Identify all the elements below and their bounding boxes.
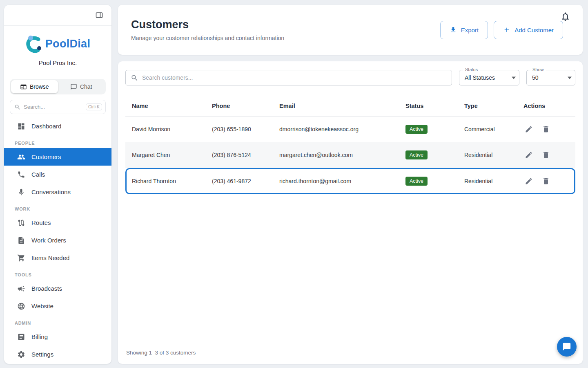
- sidebar-item-label: Settings: [31, 351, 53, 358]
- download-icon: [450, 26, 457, 34]
- table-row-selected[interactable]: Richard Thornton (203) 461-9872 richard.…: [125, 168, 575, 194]
- company-name: Pool Pros Inc.: [4, 59, 111, 66]
- sidebar-item-label: Conversations: [31, 188, 71, 195]
- sidebar-item-conversations[interactable]: Conversations: [4, 183, 111, 201]
- phone-icon: [17, 171, 25, 179]
- trash-icon: [542, 125, 550, 133]
- collapse-sidebar-button[interactable]: [94, 9, 105, 21]
- cell-status: Active: [399, 177, 458, 186]
- tab-browse[interactable]: Browse: [11, 80, 58, 93]
- delete-button[interactable]: [541, 150, 551, 160]
- cell-type: Residential: [458, 178, 517, 184]
- sidebar-item-items-needed[interactable]: Items Needed: [4, 249, 111, 267]
- export-button-label: Export: [461, 27, 479, 34]
- header-actions: Export Add Customer: [440, 21, 570, 39]
- show-count-label: Show: [530, 67, 546, 72]
- bell-icon: [560, 11, 570, 22]
- notifications-button[interactable]: [559, 11, 571, 22]
- table-row[interactable]: Margaret Chen (203) 876-5124 margaret.ch…: [125, 142, 575, 168]
- sidebar-mode-tabs: Browse Chat: [10, 79, 106, 94]
- nav-section-tools: TOOLS: [4, 267, 111, 280]
- chat-icon: [70, 83, 77, 90]
- main-content: Customers Manage your customer relations…: [118, 5, 583, 364]
- column-header-name: Name: [125, 96, 205, 116]
- chevron-down-icon: [512, 77, 516, 79]
- cell-email: richard.thornton@gmail.com: [273, 178, 399, 184]
- sidebar-item-calls[interactable]: Calls: [4, 166, 111, 183]
- chat-bubble-icon: [562, 342, 571, 351]
- sidebar-item-work-orders[interactable]: Work Orders: [4, 231, 111, 249]
- page-title-block: Customers Manage your customer relations…: [131, 18, 284, 41]
- column-header-email: Email: [273, 96, 399, 116]
- page-header: Customers Manage your customer relations…: [118, 5, 583, 55]
- show-count-select[interactable]: Show 50: [526, 70, 575, 85]
- sidebar-item-label: Items Needed: [31, 254, 69, 261]
- edit-button[interactable]: [523, 124, 534, 135]
- sidebar-item-label: Work Orders: [31, 237, 66, 244]
- cell-phone: (203) 655-1890: [205, 126, 273, 132]
- cell-type: Residential: [458, 152, 517, 158]
- sidebar-item-website[interactable]: Website: [4, 297, 111, 315]
- trash-icon: [542, 177, 550, 185]
- table-footer-summary: Showing 1–3 of 3 customers: [125, 347, 575, 357]
- table-header-row: Name Phone Email Status Type Actions: [125, 96, 575, 117]
- sidebar: PoolDial Pool Pros Inc. Browse Chat Ctrl…: [4, 5, 111, 364]
- pencil-icon: [525, 125, 533, 133]
- sidebar-item-settings[interactable]: Settings: [4, 346, 111, 363]
- tab-chat-label: Chat: [80, 83, 92, 90]
- delete-button[interactable]: [541, 176, 551, 186]
- edit-button[interactable]: [523, 150, 534, 160]
- edit-button[interactable]: [523, 176, 534, 186]
- sidebar-item-label: Customers: [31, 153, 61, 160]
- sidebar-item-label: Website: [31, 303, 53, 310]
- sidebar-item-routes[interactable]: Routes: [4, 214, 111, 231]
- status-filter-select[interactable]: Status All Statuses: [459, 70, 519, 85]
- status-badge: Active: [405, 150, 428, 159]
- cart-icon: [17, 254, 25, 262]
- cell-actions: [517, 150, 575, 160]
- sidebar-item-label: Dashboard: [31, 123, 61, 130]
- cell-email: margaret.chen@outlook.com: [273, 152, 399, 158]
- table-row[interactable]: David Morrison (203) 655-1890 dmorrison@…: [125, 117, 575, 142]
- browse-icon: [20, 83, 27, 90]
- route-icon: [17, 219, 25, 227]
- sidebar-item-label: Routes: [31, 219, 51, 226]
- cell-name: Margaret Chen: [125, 152, 205, 158]
- chat-fab[interactable]: [557, 337, 577, 357]
- sidebar-item-billing[interactable]: Billing: [4, 328, 111, 346]
- search-icon: [131, 74, 138, 82]
- sidebar-item-label: Broadcasts: [31, 285, 62, 292]
- sidebar-item-label: Calls: [31, 171, 45, 178]
- tab-chat[interactable]: Chat: [58, 80, 105, 93]
- dashboard-icon: [17, 122, 25, 130]
- people-icon: [17, 153, 25, 161]
- nav-section-admin: ADMIN: [4, 315, 111, 328]
- nav-section-work: WORK: [4, 201, 111, 214]
- globe-icon: [17, 302, 25, 310]
- customers-panel: Status All Statuses Show 50 Name Phone E…: [118, 61, 583, 364]
- add-customer-button[interactable]: Add Customer: [494, 21, 563, 39]
- brand-block: PoolDial Pool Pros Inc.: [4, 26, 111, 73]
- status-filter-value: All Statuses: [465, 74, 495, 81]
- delete-button[interactable]: [541, 124, 551, 135]
- sidebar-item-broadcasts[interactable]: Broadcasts: [4, 280, 111, 297]
- sidebar-search: Ctrl+K: [10, 100, 106, 114]
- cell-name: Richard Thornton: [125, 178, 205, 184]
- customer-search-input[interactable]: [142, 74, 447, 81]
- filter-row: Status All Statuses Show 50: [125, 70, 575, 85]
- megaphone-icon: [17, 285, 25, 293]
- pencil-icon: [525, 151, 533, 159]
- status-badge: Active: [405, 177, 428, 186]
- sidebar-item-customers[interactable]: Customers: [4, 148, 111, 166]
- sidebar-search-input[interactable]: [24, 104, 83, 110]
- tab-browse-label: Browse: [30, 83, 49, 90]
- document-icon: [17, 236, 25, 245]
- cell-actions: [517, 176, 575, 186]
- sidebar-item-dashboard[interactable]: Dashboard: [4, 117, 111, 135]
- cell-status: Active: [399, 125, 458, 134]
- export-button[interactable]: Export: [440, 21, 488, 39]
- status-badge: Active: [405, 125, 428, 134]
- column-header-status: Status: [399, 96, 458, 116]
- sidebar-header: [4, 5, 111, 25]
- page-subtitle: Manage your customer relationships and c…: [131, 35, 284, 41]
